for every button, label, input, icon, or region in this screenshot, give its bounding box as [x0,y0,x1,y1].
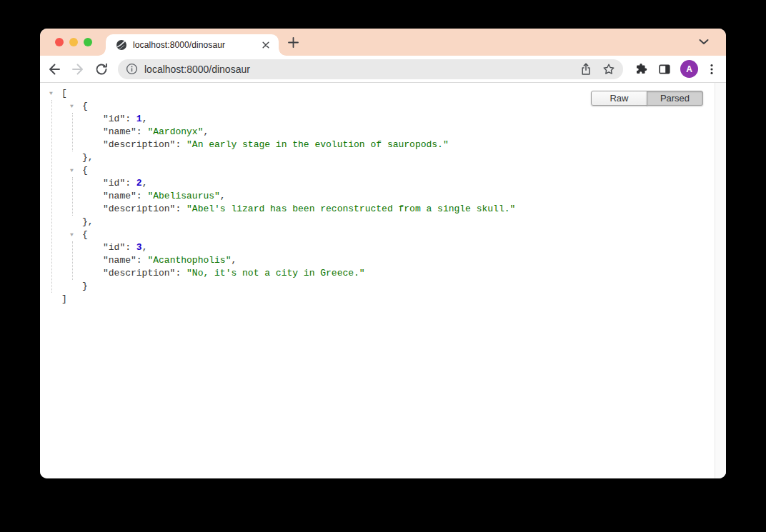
json-token-n: 2 [136,178,142,189]
json-token-p: : [136,126,148,137]
json-token-p: [ [61,88,67,99]
json-line: ▼{ [82,229,726,241]
browser-window: localhost:8000/dinosaur [40,29,726,478]
site-info-icon[interactable] [126,63,138,75]
collapse-triangle-icon[interactable]: ▼ [70,100,79,113]
json-token-k: "name" [103,255,136,266]
address-bar[interactable]: localhost:8000/dinosaur [118,59,623,79]
json-token-k: "description" [103,139,175,150]
reload-button[interactable] [94,62,109,76]
json-token-p: , [203,126,209,137]
json-children: "id": 2,"name": "Abelisaurus","descripti… [72,177,726,216]
navigation-bar: localhost:8000/dinosaur A [40,56,726,83]
close-window-button[interactable] [55,38,64,46]
json-token-p: } [82,281,88,291]
json-token-p: : [125,242,136,253]
collapse-triangle-icon[interactable]: ▼ [49,87,58,100]
json-token-k: "id" [103,114,125,124]
json-token-p: , [231,255,237,266]
profile-avatar[interactable]: A [680,60,698,78]
tab-corner-left [99,49,106,56]
minimize-window-button[interactable] [69,38,78,46]
json-token-p: , [142,242,148,253]
json-line: "name": "Abelisaurus", [103,190,726,203]
close-tab-icon[interactable] [260,39,272,51]
json-token-k: "description" [103,204,175,214]
json-token-p: { [82,229,88,240]
json-line: "id": 2, [103,177,726,190]
json-token-k: "id" [103,178,125,189]
json-token-s: "An early stage in the evolution of saur… [186,139,449,150]
collapse-triangle-icon[interactable]: ▼ [70,164,79,177]
side-panel-icon[interactable] [658,63,671,76]
json-token-n: 1 [136,114,142,124]
json-token-p: : [175,139,186,150]
json-line: "description": "An early stage in the ev… [103,139,726,151]
json-line: "name": "Aardonyx", [103,126,726,139]
tab-search-chevron-icon[interactable] [698,38,710,46]
json-token-p: , [220,191,226,201]
json-children: "id": 1,"name": "Aardonyx","description"… [72,113,726,151]
raw-button[interactable]: Raw [591,91,647,106]
avatar-initial: A [686,64,692,74]
json-token-k: "name" [103,126,136,137]
json-line: "description": "Abel's lizard has been r… [103,203,726,216]
json-token-s: "Abel's lizard has been reconstructed fr… [186,204,515,214]
url-text[interactable]: localhost:8000/dinosaur [144,64,580,75]
json-token-p: , [142,178,148,189]
json-token-k: "id" [103,242,125,253]
json-token-p: : [125,114,136,124]
json-token-s: "Abelisaurus" [147,191,219,201]
new-tab-button[interactable] [287,36,299,49]
json-token-n: 3 [136,242,142,253]
json-token-p: { [82,165,88,176]
json-token-s: "No, it's not a city in Greece." [186,268,365,278]
json-token-p: : [175,204,186,214]
json-line: "id": 1, [103,113,726,126]
json-token-s: "Aardonyx" [147,126,203,137]
parsed-button[interactable]: Parsed [647,91,703,106]
json-token-p: }, [82,216,94,227]
back-button[interactable] [47,62,61,76]
tab-strip: localhost:8000/dinosaur [40,29,726,56]
globe-favicon-icon [116,39,127,51]
json-token-k: "description" [103,268,175,278]
json-line: "name": "Acanthopholis", [103,254,726,267]
json-tree: ▼[▼{"id": 1,"name": "Aardonyx","descript… [40,83,726,306]
json-token-p: }, [82,152,94,163]
json-token-p: : [175,268,186,278]
extensions-puzzle-icon[interactable] [635,63,647,76]
json-children: "id": 3,"name": "Acanthopholis","descrip… [72,241,726,280]
json-children: ▼{"id": 1,"name": "Aardonyx","descriptio… [51,100,726,293]
json-token-p: : [136,255,148,266]
tab-title: localhost:8000/dinosaur [133,40,260,50]
json-token-p: : [136,191,148,201]
json-token-p: : [125,178,136,189]
browser-menu-icon[interactable] [705,63,718,76]
json-token-p: , [142,114,148,124]
browser-tab[interactable]: localhost:8000/dinosaur [106,34,279,56]
json-token-k: "name" [103,191,136,201]
json-line: ] [61,293,726,306]
forward-button[interactable] [71,62,85,76]
bookmark-star-icon[interactable] [602,63,615,76]
json-line: "id": 3, [103,241,726,254]
json-line: }, [82,151,726,164]
json-token-p: { [82,101,88,111]
json-token-p: ] [61,293,67,304]
tab-corner-right [279,49,286,56]
collapse-triangle-icon[interactable]: ▼ [70,229,79,241]
json-line: }, [82,216,726,229]
raw-parsed-toggle: Raw Parsed [591,91,703,106]
json-line: } [82,280,726,293]
share-icon[interactable] [580,63,592,76]
json-line: ▼{ [82,164,726,177]
page-content: ▼[▼{"id": 1,"name": "Aardonyx","descript… [40,83,726,478]
zoom-window-button[interactable] [84,38,92,46]
scrollbar-track[interactable] [715,83,726,478]
json-line: "description": "No, it's not a city in G… [103,267,726,280]
json-token-s: "Acanthopholis" [147,255,231,266]
